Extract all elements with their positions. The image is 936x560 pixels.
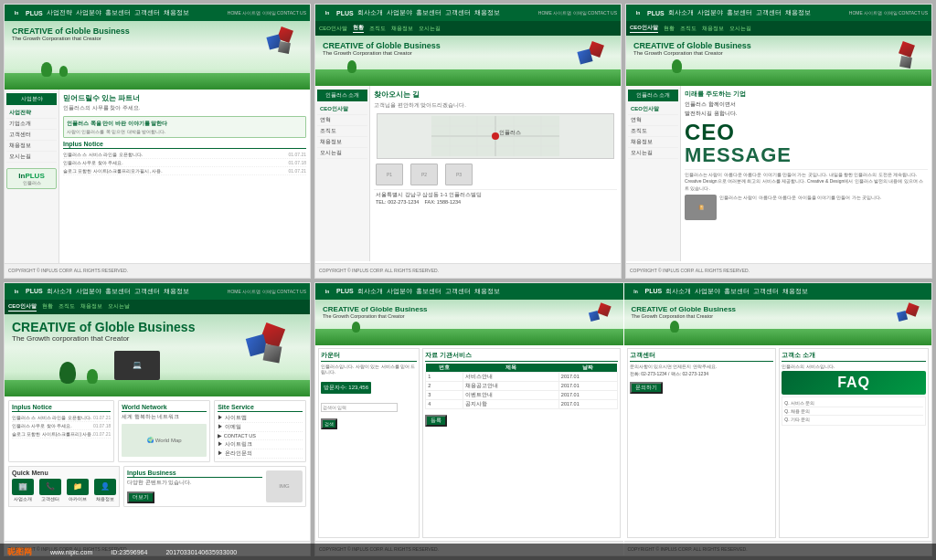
table-5L: 자료 기관서비스 번호 제목 날짜 1 [422, 348, 620, 539]
tab3-2[interactable]: 현황 [664, 25, 675, 33]
nav5R-3[interactable]: 홍보센터 [724, 287, 750, 296]
nav4-4[interactable]: 고객센터 [134, 287, 160, 296]
quick-icon-1[interactable]: 🏢 사업소개 [12, 479, 34, 502]
tab2-3[interactable]: 조직도 [369, 25, 386, 33]
faq-item-2[interactable]: Q. 채용 문의 [784, 407, 923, 416]
nav4-5[interactable]: 채용정보 [164, 287, 189, 296]
tab4-2[interactable]: 현황 [42, 302, 53, 311]
nav2-5[interactable]: 채용정보 [474, 8, 500, 17]
nipic-logo: 昵图网 [7, 546, 32, 558]
tab2-5[interactable]: 오시는길 [419, 25, 441, 33]
service-item-4-3[interactable]: ▶ CONTACT US [218, 432, 303, 440]
tab3-5[interactable]: 오시는길 [729, 25, 751, 33]
notice-item-4-1[interactable]: 인플러스 스 서비스 라인을 오픈합니다. 01.07.21 [12, 414, 111, 422]
logo-5L[interactable]: In PLUS [319, 286, 354, 297]
nav-recruit-1[interactable]: 채용정보 [164, 8, 189, 17]
hero-cubes-5L [582, 304, 610, 332]
sidebar-item-1-4[interactable]: 채용정보 [6, 141, 57, 152]
nav2-2[interactable]: 사업분야 [387, 8, 412, 17]
nav3-5[interactable]: 채용정보 [785, 8, 811, 17]
nav2-3[interactable]: 홍보센터 [416, 8, 441, 17]
nav5R-5[interactable]: 채용정보 [782, 287, 808, 296]
quick-icon-3[interactable]: 📁 아카이브 [67, 479, 89, 502]
notice-item-4-3[interactable]: 슬로그 포함한 사이트(스크롤프리) 사용. 01.07.21 [12, 430, 111, 438]
nav3-3[interactable]: 홍보센터 [727, 8, 752, 17]
service-item-4-5[interactable]: ▶ 온라인문의 [218, 449, 303, 459]
sidebar-item-2-3[interactable]: 조직도 [317, 126, 367, 137]
tab2-2[interactable]: 현황 [353, 24, 364, 33]
main-grid: In PLUS 사업전략 사업분야 홍보센터 고객센터 채용정보 HOME 사이… [0, 0, 936, 560]
quick-icon-4[interactable]: 👤 채용정보 [94, 479, 116, 502]
sidebar-item-3-1[interactable]: CEO인사말 [628, 104, 678, 115]
nav5L-4[interactable]: 고객센터 [445, 287, 471, 296]
top-links-1: HOME 사이트맵 이메일 CONTACT US [228, 10, 306, 16]
nav5L-3[interactable]: 홍보센터 [416, 287, 441, 296]
table-row-5L-3[interactable]: 3 이벤트안내 2017.01 [426, 390, 617, 399]
faq-item-1[interactable]: Q. 서비스 문의 [784, 399, 923, 407]
sidebar-item-1-1[interactable]: 사업전략 [6, 108, 57, 119]
tab3-3[interactable]: 조직도 [680, 25, 697, 33]
table-row-5L-1[interactable]: 1 서비스안내 2017.01 [426, 372, 617, 381]
search-btn-5L[interactable]: 검색 [321, 418, 337, 429]
nav4-1[interactable]: 회사소개 [47, 287, 72, 296]
sidebar-item-3-3[interactable]: 조직도 [628, 126, 678, 137]
ceo-label-3: CEO [685, 121, 928, 144]
service-item-4-4[interactable]: ▶ 사이트링크 [218, 440, 303, 449]
notice-item-1-3[interactable]: 슬로그 포함한 사이트(스크롤프리모가필시, 사용. 01.07.21 [63, 167, 306, 175]
nav-pr-1[interactable]: 홍보센터 [105, 8, 131, 17]
nav2-1[interactable]: 회사소개 [357, 8, 383, 17]
service-item-4-1[interactable]: ▶ 사이트맵 [218, 414, 303, 423]
table-row-5L-2[interactable]: 2 채용공고안내 2017.01 [426, 381, 617, 390]
logo-4[interactable]: In PLUS [8, 286, 43, 297]
sidebar-item-3-2[interactable]: 연혁 [628, 115, 678, 126]
sidebar-item-2-5[interactable]: 오시는길 [317, 148, 367, 159]
tab2-1[interactable]: CEO인사말 [319, 25, 347, 33]
nav4-2[interactable]: 사업분야 [76, 287, 101, 296]
sidebar-item-1-3[interactable]: 고객센터 [6, 130, 57, 141]
nav3-2[interactable]: 사업분야 [697, 8, 723, 17]
nav5R-2[interactable]: 사업분야 [695, 287, 720, 296]
sidebar-item-1-2[interactable]: 기업소개 [6, 119, 57, 130]
nav4-3[interactable]: 홍보센터 [105, 287, 131, 296]
sidebar-item-2-4[interactable]: 채용정보 [317, 137, 367, 148]
nav5L-5[interactable]: 채용정보 [474, 287, 500, 296]
business-more-btn-4[interactable]: 더보기 [127, 491, 154, 503]
search-input-5L[interactable] [321, 403, 398, 412]
tab3-4[interactable]: 채용정보 [702, 25, 724, 33]
sidebar-item-2-1[interactable]: CEO인사말 [317, 104, 367, 115]
quick-icon-2[interactable]: 📞 고객센터 [39, 479, 61, 502]
nav3-4[interactable]: 고객센터 [756, 8, 782, 17]
nav-home-1[interactable]: 사업전략 [47, 8, 72, 17]
td-5L-1-1: 1 [426, 372, 463, 381]
faq-item-3[interactable]: Q. 기타 문의 [784, 416, 923, 423]
tab3-1[interactable]: CEO인사말 [630, 24, 658, 33]
notice-item-1-2[interactable]: 인플러스 사무로 찾아 주세요. 01.07.18 [63, 159, 306, 167]
sidebar-item-3-4[interactable]: 채용정보 [628, 137, 678, 148]
tab2-4[interactable]: 채용정보 [391, 25, 413, 33]
tab4-3[interactable]: 조직도 [58, 302, 75, 311]
logo-5R[interactable]: In PLUS [628, 286, 663, 297]
nav5R-1[interactable]: 회사소개 [665, 287, 691, 296]
service-item-4-2[interactable]: ▶ 이메일 [218, 423, 303, 432]
nav5L-2[interactable]: 사업분야 [387, 287, 412, 296]
sidebar-item-1-5[interactable]: 오시는길 [6, 152, 57, 163]
cs-btn-5R[interactable]: 문의하기 [630, 382, 663, 394]
nav5L-1[interactable]: 회사소개 [357, 287, 383, 296]
logo-1[interactable]: In PLUS [8, 7, 43, 18]
nav-biz-1[interactable]: 사업분야 [76, 8, 101, 17]
notice-item-4-2[interactable]: 인플러스 사무로 찾아 주세요. 01.07.18 [12, 422, 111, 430]
tab4-1[interactable]: CEO인사말 [8, 302, 37, 312]
table-row-5L-4[interactable]: 4 공지사항 2017.01 [426, 399, 617, 408]
tab4-5[interactable]: 오시는날 [108, 302, 130, 311]
nav2-4[interactable]: 고객센터 [445, 8, 471, 17]
nav-cs-1[interactable]: 고객센터 [134, 8, 160, 17]
nav3-1[interactable]: 회사소개 [668, 8, 694, 17]
logo-2[interactable]: In PLUS [319, 7, 354, 18]
nav5R-4[interactable]: 고객센터 [753, 287, 779, 296]
sidebar-item-2-2[interactable]: 연혁 [317, 115, 367, 126]
tab4-4[interactable]: 채용정보 [80, 302, 102, 311]
submit-btn-5L[interactable]: 등록 [425, 415, 447, 427]
notice-item-1-1[interactable]: 인플러스 스 서비스 라인을 오픈합니다. 01.07.21 [63, 151, 306, 159]
logo-3[interactable]: In PLUS [630, 7, 665, 18]
sidebar-item-3-5[interactable]: 오시는길 [628, 148, 678, 159]
